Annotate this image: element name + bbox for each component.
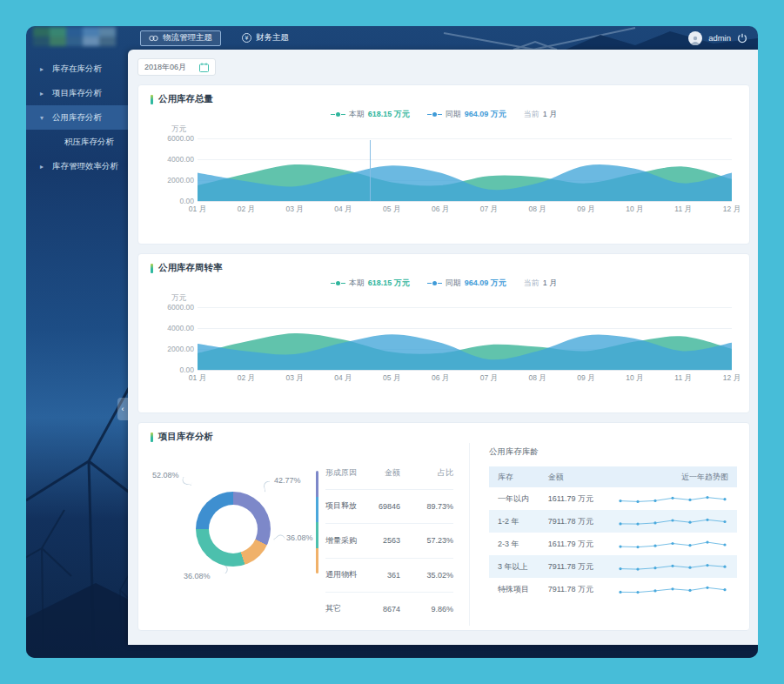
legend-current-month: 当前1 月 [524, 109, 558, 120]
strip-segment [316, 522, 318, 548]
area-series [198, 138, 732, 201]
area-chart: 万元6000.004000.002000.000.0001 月02 月03 月0… [156, 293, 735, 384]
finance-coin-icon: ¥ [242, 33, 251, 43]
sidebar-item-label: 项目库存分析 [52, 88, 102, 99]
area-series [198, 307, 732, 370]
legend-item[interactable]: 本期 618.15 万元 [331, 278, 410, 289]
plot-area [198, 138, 732, 201]
legend-value: 618.15 万元 [368, 278, 410, 289]
x-axis-label: 01 月 [189, 205, 206, 215]
aging-amount: 7911.78 万元 [539, 510, 605, 533]
legend-item[interactable]: 同期 964.09 万元 [427, 278, 506, 289]
legend-label: 本期 [349, 109, 365, 120]
donut-label: 52.08% [152, 471, 179, 479]
chart-title: 公用库存总量 [158, 93, 213, 105]
tab-finance-theme[interactable]: ¥ 财务主题 [233, 30, 298, 46]
legend-label: 同期 [446, 109, 461, 120]
trend-sparkline [617, 492, 728, 506]
link-icon [149, 35, 158, 42]
x-axis-label: 04 月 [334, 373, 352, 384]
donut-label: 36.08% [184, 572, 211, 580]
username-label[interactable]: admin [708, 33, 731, 43]
title-accent-bar [151, 433, 153, 442]
x-axis-label: 07 月 [480, 205, 498, 215]
donut-label: 42.77% [274, 476, 301, 485]
x-axis-label: 02 月 [238, 205, 255, 215]
person-icon [690, 35, 700, 45]
legend-label: 同期 [446, 278, 461, 289]
y-axis-tick: 6000.00 [159, 303, 194, 312]
x-axis: 01 月02 月03 月04 月05 月06 月07 月08 月09 月10 月… [198, 205, 732, 215]
aging-trend [604, 510, 737, 533]
sidebar-item[interactable]: ▸项目库存分析 [26, 81, 128, 105]
sidebar-item[interactable]: ▸库存在库分析 [26, 57, 128, 81]
user-area: admin [688, 31, 747, 45]
tab-logistics-theme[interactable]: 物流管理主题 [140, 30, 221, 46]
aging-panel: 公用库存库龄 库存金额近一年趋势图 一年以内 1611.79 万元 1-2 年 … [469, 443, 737, 626]
aging-trend [604, 533, 737, 555]
legend-label: 本期 [349, 278, 365, 289]
legend-item[interactable]: 同期 964.09 万元 [427, 109, 506, 120]
sidebar-item[interactable]: ▾公用库存分析 [26, 105, 128, 130]
project-analysis-card: 项目库存分析 52.08% 42.77% 36.08% 36.08% [137, 422, 750, 631]
card-title: 项目库存分析 [151, 431, 737, 443]
sidebar-item[interactable]: ▸库存管理效率分析 [26, 154, 128, 178]
table-row: 一年以内 1611.79 万元 [489, 487, 737, 510]
x-axis-label: 06 月 [432, 205, 449, 215]
table-cell: 9.86% [400, 592, 453, 626]
aging-trend [604, 578, 737, 600]
table-row: 增量采购256357.23% [325, 524, 453, 558]
donut-hole [209, 505, 258, 553]
chevron-down-icon: ▾ [40, 114, 46, 122]
date-value: 2018年06月 [144, 62, 186, 73]
table-cell: 2563 [365, 524, 400, 558]
table-cell: 通用物料 [325, 558, 365, 592]
power-icon[interactable] [737, 33, 747, 44]
aging-amount: 7911.78 万元 [539, 555, 605, 578]
date-picker[interactable]: 2018年06月 [137, 58, 216, 76]
x-axis-label: 12 月 [723, 205, 740, 215]
donut-leader-line [273, 533, 285, 545]
donut-label: 36.08% [286, 533, 313, 542]
column-header: 形成原因 [325, 459, 365, 489]
table-cell: 57.23% [400, 524, 453, 558]
column-header: 库存 [489, 466, 539, 487]
x-axis-label: 03 月 [285, 373, 303, 384]
chart-card-inventory-total: 公用库存总量 本期 618.15 万元 同期 964.09 万元当前1 月 万元… [137, 84, 750, 245]
table-cell: 89.73% [400, 489, 453, 523]
aging-trend [604, 487, 737, 510]
chart-legend: 本期 618.15 万元 同期 964.09 万元当前1 月 [151, 276, 737, 290]
legend-item[interactable]: 本期 618.15 万元 [331, 109, 410, 120]
dashboard-window: 物流管理主题 ¥ 财务主题 admin ▸库存在库分析 [26, 26, 758, 658]
chevron-right-icon: ▸ [40, 163, 46, 171]
sidebar-collapse-button[interactable]: ‹ [117, 398, 128, 420]
section-title: 项目库存分析 [158, 431, 213, 443]
aging-bucket: 3 年以上 [489, 555, 539, 578]
x-axis-label: 11 月 [674, 205, 692, 215]
table-cell: 项目释放 [325, 489, 365, 523]
chart-card-turnover-rate: 公用库存周转率 本期 618.15 万元 同期 964.09 万元当前1 月 万… [137, 253, 750, 413]
table-cell: 增量采购 [325, 524, 365, 558]
x-axis-label: 09 月 [577, 205, 594, 215]
cause-table: 形成原因金额占比项目释放6984689.73%增量采购256357.23%通用物… [316, 459, 453, 626]
app-logo [33, 27, 116, 46]
legend-marker-icon [427, 281, 442, 285]
trend-sparkline [617, 537, 728, 551]
sidebar-item[interactable]: 积压库存分析 [26, 130, 128, 154]
series-color-strip [316, 471, 318, 573]
table-cell: 361 [365, 558, 400, 592]
sidebar: ▸库存在库分析▸项目库存分析▾公用库存分析积压库存分析▸库存管理效率分析 [26, 50, 128, 658]
y-axis-tick: 6000.00 [159, 134, 194, 143]
aging-bucket: 1-2 年 [489, 510, 539, 533]
tab-label: 财务主题 [256, 32, 289, 44]
body-layout: ▸库存在库分析▸项目库存分析▾公用库存分析积压库存分析▸库存管理效率分析 ‹ 2… [26, 50, 758, 658]
y-axis-tick: 4000.00 [159, 155, 194, 164]
card-title: 公用库存总量 [151, 93, 737, 105]
main-panel: ‹ 2018年06月 公用库存总量 本期 618.15 万元 [128, 50, 758, 645]
legend-current-month: 当前1 月 [524, 278, 558, 289]
user-avatar[interactable] [688, 31, 702, 45]
title-accent-bar [151, 264, 153, 273]
table-row: 1-2 年 7911.78 万元 [489, 510, 737, 533]
x-axis-label: 07 月 [480, 373, 498, 384]
x-axis-label: 05 月 [383, 205, 400, 215]
